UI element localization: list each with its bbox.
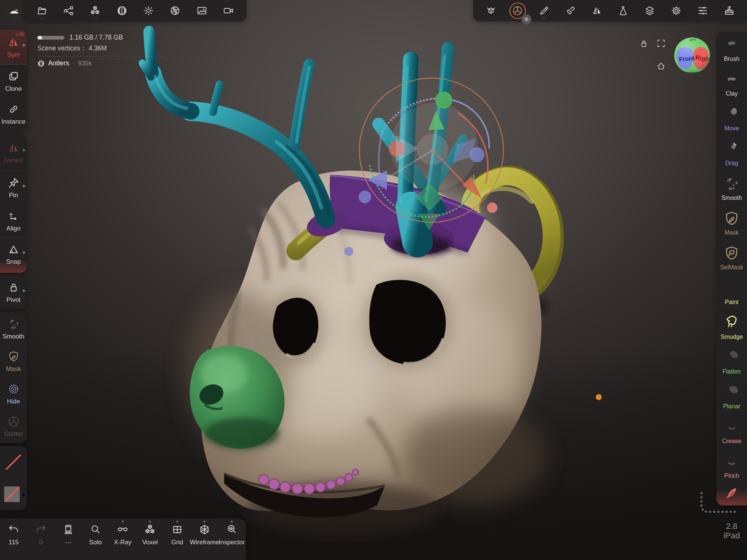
grid-label: Grid bbox=[171, 539, 183, 546]
sidebar-item-pivot[interactable]: Pivot▸ bbox=[0, 276, 27, 309]
select-box-button[interactable] bbox=[483, 2, 500, 19]
sidebar-item-instance[interactable]: Instance bbox=[0, 98, 27, 130]
matcap-off-icon bbox=[3, 452, 24, 473]
sidebar-resize-handle[interactable] bbox=[695, 492, 743, 520]
vertex-sym-label: (Vertex) bbox=[4, 157, 24, 163]
layers-button[interactable] bbox=[641, 2, 658, 19]
grid-button[interactable]: ▴Grid bbox=[164, 519, 191, 546]
adjustments-more-dots: ⋯ bbox=[694, 16, 711, 21]
toolbox-button[interactable] bbox=[720, 2, 738, 19]
gizmo-color-icon bbox=[512, 5, 523, 16]
flask-icon bbox=[618, 5, 629, 16]
book-icon bbox=[62, 524, 74, 535]
sidebar-item-clone[interactable]: Clone bbox=[0, 65, 27, 98]
sun-icon bbox=[143, 5, 154, 16]
sidebar-item-hide[interactable]: Hide bbox=[0, 377, 27, 410]
brush-brush[interactable]: Brush bbox=[716, 32, 747, 66]
mirror-icon bbox=[7, 142, 20, 154]
meshball-icon bbox=[117, 5, 127, 16]
pen-icon bbox=[539, 5, 549, 16]
fullscreen-button[interactable] bbox=[656, 38, 666, 48]
brush-drag[interactable]: Drag bbox=[716, 136, 747, 171]
files-button[interactable]: ⋯ bbox=[33, 2, 50, 19]
viewport-canvas[interactable] bbox=[0, 0, 747, 560]
pinch-label: Pinch bbox=[724, 473, 739, 479]
brush-selmask[interactable]: SelMask bbox=[716, 240, 747, 275]
pen-cursor-dot bbox=[596, 394, 602, 400]
inspector-button[interactable]: ▴Inspector bbox=[218, 519, 245, 546]
adjustments-button[interactable]: ⋯ bbox=[694, 2, 711, 19]
snap-label: Snap bbox=[6, 259, 21, 265]
background-image-button[interactable] bbox=[193, 2, 210, 19]
symmetry-button[interactable] bbox=[588, 2, 605, 19]
smooth-label: Smooth bbox=[3, 333, 25, 340]
postprocess-button[interactable] bbox=[167, 2, 184, 19]
brush-planar[interactable]: Planar bbox=[716, 379, 747, 414]
chain-icon bbox=[7, 103, 20, 115]
smudge-icon bbox=[723, 315, 740, 331]
sidebar-item-vertex-sym[interactable]: (Vertex)▸ bbox=[0, 134, 27, 171]
camera-button[interactable] bbox=[220, 2, 237, 19]
camera-lock-button[interactable] bbox=[639, 39, 649, 49]
wireframe-button[interactable]: ▴Wireframe bbox=[191, 519, 218, 546]
filters-flask-button[interactable] bbox=[615, 2, 632, 19]
files-more-dots: ⋯ bbox=[33, 16, 50, 21]
brush-smudge[interactable]: Smudge bbox=[716, 310, 747, 344]
sym-mode-badge: L/W bbox=[16, 32, 24, 37]
smudge-label: Smudge bbox=[720, 334, 743, 340]
topology-button[interactable]: ⋯ bbox=[87, 2, 104, 19]
orientation-nav-sphere[interactable]: Front Right Top bbox=[674, 37, 710, 74]
sidebar-item-material-swatch[interactable] bbox=[0, 446, 27, 478]
inspectoreye-icon bbox=[226, 524, 238, 535]
topology-more-dots: ⋯ bbox=[87, 16, 104, 21]
gizmo-tool-button[interactable] bbox=[509, 2, 526, 19]
voxel-label: Voxel bbox=[142, 539, 158, 546]
pin-icon bbox=[7, 177, 20, 189]
grid-icon bbox=[171, 524, 183, 535]
nomad-logo[interactable] bbox=[7, 4, 21, 18]
redo-button[interactable]: 0 bbox=[27, 519, 55, 546]
xray-button[interactable]: ▴X-Ray bbox=[109, 519, 136, 546]
image-icon bbox=[196, 5, 207, 16]
brush-crease[interactable]: Crease bbox=[716, 414, 747, 449]
undo-button[interactable]: 115 bbox=[0, 519, 27, 546]
stroke-pen-button[interactable]: ⋯ bbox=[535, 2, 552, 19]
paint-knife-button[interactable] bbox=[562, 2, 579, 19]
sidebar-item-smooth[interactable]: Smooth bbox=[0, 312, 27, 345]
hidedots-icon bbox=[7, 383, 20, 395]
sphere-crease-icon bbox=[723, 419, 740, 435]
top-left-toolbar: ⋯⋯ bbox=[24, 0, 247, 21]
left-sidebar-group-material: ▸ bbox=[0, 446, 27, 510]
vertex-sym-chevron-icon: ▸ bbox=[23, 146, 26, 153]
brush-pinch[interactable]: Pinch bbox=[716, 449, 747, 483]
scene-graph-button[interactable] bbox=[60, 2, 77, 19]
instance-label: Instance bbox=[1, 118, 25, 125]
brush-mask[interactable]: Mask bbox=[716, 205, 747, 240]
solo-button[interactable]: Solo bbox=[82, 519, 109, 546]
material-button[interactable] bbox=[113, 2, 130, 19]
sidebar-item-mask[interactable]: Mask bbox=[0, 345, 27, 377]
brush-clay[interactable]: Clay bbox=[716, 66, 747, 101]
left-sidebar-group-transform: (Vertex)▸Pin▸AlignSnap▸ bbox=[0, 134, 27, 273]
sidebar-item-sym[interactable]: L/WSym▸ bbox=[0, 30, 27, 65]
sidebar-item-snap[interactable]: Snap▸ bbox=[0, 238, 27, 270]
sidebar-item-gizmo[interactable]: Gizmo bbox=[0, 410, 27, 442]
selected-object-row[interactable]: Antlers · 935k bbox=[37, 59, 164, 67]
lighting-button[interactable] bbox=[140, 2, 157, 19]
sidebar-item-pin[interactable]: Pin▸ bbox=[0, 171, 27, 204]
wireframe-label: Wireframe bbox=[190, 539, 219, 546]
sidebar-item-texture-swatch[interactable]: ▸ bbox=[0, 478, 27, 510]
settings-button[interactable] bbox=[668, 2, 685, 19]
history-notes-button[interactable]: ⋯ bbox=[55, 519, 82, 547]
brush-paint[interactable]: Paint bbox=[716, 275, 747, 310]
brush-smooth[interactable]: Smooth bbox=[716, 171, 747, 205]
voxel-button[interactable]: ▴Voxel bbox=[136, 519, 164, 546]
sidebar-item-align[interactable]: Align bbox=[0, 204, 27, 238]
lock-icon bbox=[7, 281, 20, 294]
brush-move[interactable]: Move bbox=[716, 101, 747, 136]
camera-home-button[interactable] bbox=[656, 61, 666, 71]
shieldlasso-icon bbox=[723, 245, 740, 262]
gizmo-tool-settings-badge[interactable] bbox=[521, 14, 531, 24]
move-label: Move bbox=[724, 126, 739, 132]
brush-flatten[interactable]: Flatten bbox=[716, 344, 747, 379]
